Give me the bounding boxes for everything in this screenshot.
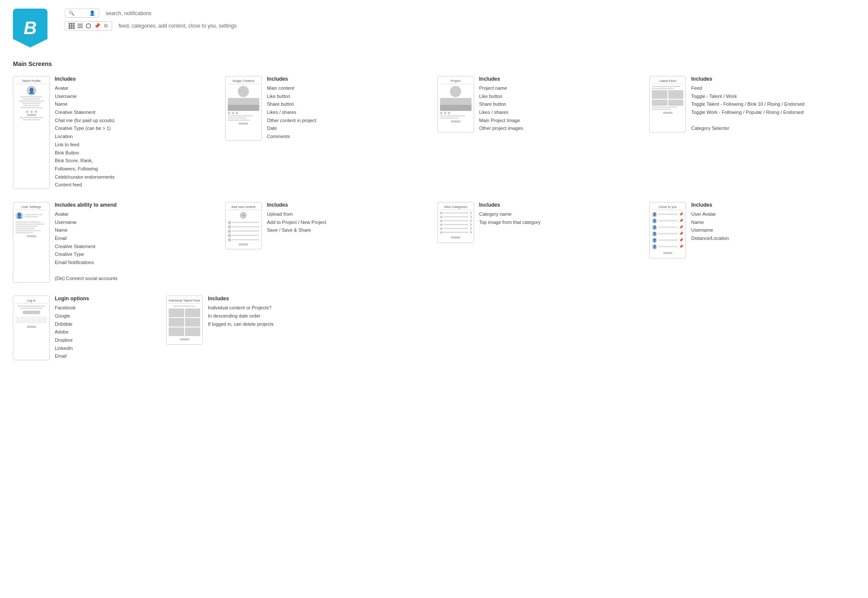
mock-line: [16, 228, 35, 229]
mock-avatar-sm: 👤: [652, 225, 657, 230]
view-categories-desc: Includes Category name Top image from th…: [479, 202, 541, 243]
single-creative-desc: Includes Main content Like button Share …: [267, 76, 316, 141]
mock-chevron: [469, 215, 472, 218]
list-item: [691, 116, 805, 125]
phone-title-itf: Individual Talent Feed: [169, 299, 200, 304]
mock-chevron: [469, 223, 472, 226]
desc-title: Includes: [267, 202, 327, 208]
list-item: LinkedIn: [55, 344, 89, 353]
mock-avatar-sm: 👤: [652, 218, 657, 223]
phone-title-anc: Add new content: [228, 205, 259, 210]
mock-avatar: 👤: [16, 212, 23, 220]
lines-icon: [78, 24, 83, 28]
mock-circle: [228, 225, 231, 229]
phone-title-feed: Latest Feed: [652, 79, 683, 84]
desc-list: Project name Like button Share button Li…: [479, 84, 523, 132]
list-item: Toggle Work - Following / Popular / Risi…: [691, 108, 805, 116]
desc-list: User Avatar Name Username Distance/Locat…: [691, 210, 729, 242]
mock-user-row: 👤 📌: [652, 212, 683, 217]
list-item: Dropbox: [55, 336, 89, 344]
mock-line: [658, 227, 678, 228]
mock-line: [173, 305, 195, 307]
list-item: Username: [55, 218, 118, 227]
individual-feed-phone: Individual Talent Feed: [166, 296, 203, 345]
list-item: Likes / shares: [267, 108, 316, 116]
mock-feed-cell: [185, 308, 201, 317]
desc-list: Avatar Username Name Email Creative Stat…: [55, 210, 118, 283]
phone-title-cty: Close to you: [652, 205, 683, 210]
mock-line: [652, 88, 674, 89]
logo-letter: B: [24, 18, 37, 38]
mock-pin: 📌: [679, 212, 683, 216]
list-item: Toggle - Talent / Work: [691, 92, 805, 101]
mock-avatar-sm: 👤: [652, 212, 657, 217]
mock-user-row: 👤 📌: [652, 225, 683, 230]
mock-landscape-image: [440, 98, 472, 111]
page: B 🔍 👤 search, notifications: [0, 0, 868, 382]
mock-chevron: [469, 231, 472, 234]
desc-title: Includes: [479, 76, 523, 82]
mock-pin: 📌: [679, 225, 683, 229]
nav-info: 🔍 👤 search, notifications: [65, 9, 237, 34]
mock-circle: [228, 230, 231, 233]
list-item: Followers, Following: [55, 165, 115, 173]
list-item: Category name: [479, 210, 541, 218]
mock-feed-cell: [185, 327, 201, 336]
mock-circle: [440, 216, 443, 218]
mock-avatar: [238, 86, 249, 97]
mock-pin: 📌: [679, 245, 683, 249]
mock-line: [20, 96, 42, 98]
list-item: Upload from: [267, 210, 327, 218]
phone-title-vc: View Categories: [440, 205, 472, 210]
list-item: Link to feed: [55, 141, 115, 149]
list-item: Email Notifications: [55, 258, 118, 267]
mock-button: [663, 112, 673, 114]
mock-circle: [228, 238, 231, 242]
list-item: Content feed: [55, 181, 115, 189]
mock-dots-row: [26, 110, 37, 113]
list-item: Category Selector: [691, 124, 805, 132]
mock-dot: [236, 112, 238, 114]
talent-profile-phone: Talent Profile 👤: [13, 76, 50, 189]
mock-line: [16, 223, 44, 225]
login-desc: Login options Facebook Google Dribbble A…: [55, 296, 89, 360]
mock-landscape-image: [228, 98, 259, 111]
mock-feed-grid: [169, 308, 200, 336]
mock-button: [451, 120, 460, 123]
list-item: Username: [691, 226, 729, 234]
mock-line: [232, 230, 259, 232]
phone-title-talent: Talent Profile: [16, 79, 47, 84]
desc-list: Individual content or Projects? In desce…: [208, 304, 274, 328]
list-item: Username: [55, 92, 115, 101]
list-item: Project name: [479, 84, 523, 92]
mock-avatar: [450, 86, 461, 97]
mock-line: [232, 226, 259, 227]
mock-avatar-sm: 👤: [652, 244, 657, 249]
mock-line: [228, 120, 250, 121]
mock-line: [658, 220, 678, 221]
mock-feed-cell: [668, 100, 684, 106]
mock-circle: [440, 223, 443, 226]
nav-search-bar: 🔍 👤: [65, 9, 99, 18]
mock-button-wide: [23, 311, 40, 314]
list-item: Individual content or Projects?: [208, 304, 274, 312]
mock-line: [443, 212, 469, 214]
mock-line: [658, 233, 678, 234]
list-item: [55, 267, 118, 275]
talent-profile-desc: Includes Avatar Username Name Creative S…: [55, 76, 115, 189]
mock-row: [228, 230, 259, 233]
desc-list: Main content Like button Share button Li…: [267, 84, 316, 141]
mock-small-dots: [228, 112, 259, 114]
mock-line: [16, 230, 41, 231]
mock-line: [17, 305, 46, 307]
nav-row2-label: feed, categories, add content, close to …: [119, 23, 237, 29]
individual-feed-desc: Includes Individual content or Projects?…: [208, 296, 274, 345]
mock-row: [228, 234, 259, 237]
mock-feed-cell: [185, 318, 201, 327]
desc-title: Includes: [267, 76, 316, 82]
mock-dot: [440, 112, 443, 114]
add-new-content-block: Add new content +: [225, 202, 431, 249]
mock-row: [228, 225, 259, 229]
mock-line: [19, 117, 43, 118]
list-item: Add to Project / New Project: [267, 218, 327, 227]
